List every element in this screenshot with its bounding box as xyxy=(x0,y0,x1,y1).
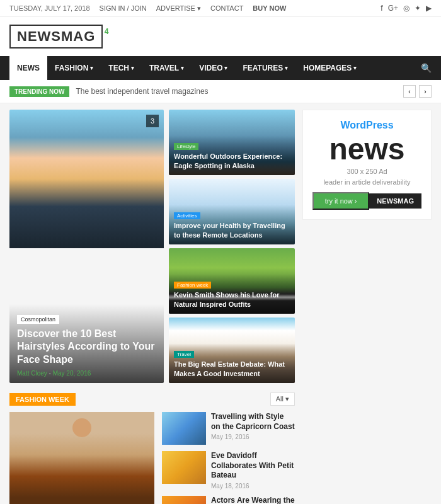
section-header-fashion: FASHION WEEK All ▾ xyxy=(9,392,295,406)
fashion-item-date-1: May 18, 2016 xyxy=(211,483,295,490)
list-item[interactable]: Actors Are Wearing the Best from Paris W… xyxy=(162,496,295,504)
chevron-down-icon: ▾ xyxy=(353,65,357,71)
fashion-main-article: New York 2014 Most Beautiful Things to D… xyxy=(9,412,154,504)
trending-nav: ‹ › xyxy=(403,85,432,98)
twitter-icon[interactable]: ✦ xyxy=(415,4,421,13)
hero-author: Matt Cloey xyxy=(17,370,47,377)
hero-section: 3 Cosmopolitan Discover the 10 Best Hair… xyxy=(9,110,295,383)
chevron-down-icon: ▾ xyxy=(131,65,134,71)
hero-main-article[interactable]: 3 Cosmopolitan Discover the 10 Best Hair… xyxy=(9,110,164,383)
ad-tagline: leader in article deliverability xyxy=(312,178,421,186)
contact-link[interactable]: CONTACT xyxy=(210,4,243,13)
site-logo[interactable]: NEWSMAG4 xyxy=(9,25,103,49)
hero-category-badge: Cosmopolitan xyxy=(17,315,59,324)
search-icon[interactable]: 🔍 xyxy=(421,63,432,73)
fashion-list: Travelling with Style on the Capricorn C… xyxy=(162,412,295,504)
ad-cta-button[interactable]: try it now › xyxy=(312,192,369,210)
fashion-item-info-1: Eve Davidoff Collaborates With Petit Bat… xyxy=(211,451,295,490)
top-bar: TUESDAY, JULY 17, 2018 SIGN IN / JOIN AD… xyxy=(0,0,441,17)
fashion-person-image xyxy=(9,412,154,504)
hero-meta: Matt Cloey - May 20, 2016 xyxy=(17,370,156,377)
fashion-item-title-0: Travelling with Style on the Capricorn C… xyxy=(211,412,295,432)
fashion-item-date-0: May 19, 2016 xyxy=(211,433,295,440)
side-category-1: Activities xyxy=(174,212,200,219)
hero-overlay: Cosmopolitan Discover the 10 Best Hairst… xyxy=(9,304,164,383)
ad-brand: NEWSMAG xyxy=(369,193,421,209)
date-label: TUESDAY, JULY 17, 2018 xyxy=(9,4,90,13)
list-item[interactable]: Travelling with Style on the Capricorn C… xyxy=(162,412,295,445)
fashion-thumb-1 xyxy=(162,451,206,484)
side-title-1: Improve your Health by Travelling to the… xyxy=(174,221,290,239)
right-sidebar: WordPress news 300 x 250 Ad leader in ar… xyxy=(302,110,432,504)
hero-side-articles: Lifestyle Wonderful Outdoors Experience:… xyxy=(169,110,295,383)
ad-box: WordPress news 300 x 250 Ad leader in ar… xyxy=(302,110,432,220)
side-article-3[interactable]: Travel The Big Real Estate Debate: What … xyxy=(169,318,295,383)
nav-item-travel[interactable]: TRAVEL ▾ xyxy=(142,56,192,80)
trending-badge: TRENDING NOW xyxy=(9,86,69,97)
instagram-icon[interactable]: ◎ xyxy=(403,4,410,13)
fashion-content: New York 2014 Most Beautiful Things to D… xyxy=(9,412,295,504)
main-nav: NEWS FASHION ▾ TECH ▾ TRAVEL ▾ VIDEO ▾ F… xyxy=(0,56,441,80)
left-column: 3 Cosmopolitan Discover the 10 Best Hair… xyxy=(9,110,295,504)
ad-wp-title: WordPress xyxy=(312,120,421,131)
ad-main-title: news xyxy=(312,134,421,164)
side-article-overlay-3: Travel The Big Real Estate Debate: What … xyxy=(169,343,295,383)
ad-cta: try it now › NEWSMAG xyxy=(312,192,421,210)
hero-number: 3 xyxy=(146,115,159,127)
hero-title: Discover the 10 Best Hairstyles Accordin… xyxy=(17,328,156,367)
fashion-item-info-2: Actors Are Wearing the Best from Paris W… xyxy=(211,496,295,504)
chevron-down-icon: ▾ xyxy=(181,65,184,71)
trending-next-button[interactable]: › xyxy=(419,85,432,98)
trending-prev-button[interactable]: ‹ xyxy=(403,85,416,98)
side-category-2: Fashion week xyxy=(174,282,211,289)
main-content: 3 Cosmopolitan Discover the 10 Best Hair… xyxy=(0,103,441,504)
list-item[interactable]: Eve Davidoff Collaborates With Petit Bat… xyxy=(162,451,295,490)
side-article-2[interactable]: Fashion week Kevin Smith Shows his Love … xyxy=(169,248,295,314)
side-article-0[interactable]: Lifestyle Wonderful Outdoors Experience:… xyxy=(169,110,295,175)
nav-item-news[interactable]: NEWS xyxy=(9,56,47,80)
side-title-3: The Big Real Estate Debate: What Makes A… xyxy=(174,360,290,378)
fashion-week-badge: FASHION WEEK xyxy=(9,393,76,406)
side-article-overlay-1: Activities Improve your Health by Travel… xyxy=(169,205,295,244)
advertise-link[interactable]: ADVERTISE ▾ xyxy=(156,4,201,13)
fashion-item-title-1: Eve Davidoff Collaborates With Petit Bat… xyxy=(211,451,295,481)
hero-date: May 20, 2016 xyxy=(53,370,91,377)
side-title-0: Wonderful Outdoors Experience: Eagle Spo… xyxy=(174,152,290,170)
side-category-0: Lifestyle xyxy=(174,143,198,150)
side-article-1[interactable]: Activities Improve your Health by Travel… xyxy=(169,179,295,244)
nav-item-tech[interactable]: TECH ▾ xyxy=(101,56,142,80)
fashion-thumb-2 xyxy=(162,496,206,504)
side-category-3: Travel xyxy=(174,351,194,358)
hero-main-image: 3 xyxy=(9,110,164,248)
trending-bar: TRENDING NOW The best independent travel… xyxy=(0,80,441,103)
buynow-link[interactable]: BUY NOW xyxy=(253,4,286,13)
social-icons: f G+ ◎ ✦ ▶ xyxy=(381,4,432,13)
fashion-item-info-0: Travelling with Style on the Capricorn C… xyxy=(211,412,295,440)
logo-bar: NEWSMAG4 xyxy=(0,17,441,56)
chevron-down-icon: ▾ xyxy=(90,65,93,71)
signin-link[interactable]: SIGN IN / JOIN xyxy=(100,4,147,13)
fashion-thumb-0 xyxy=(162,412,206,445)
chevron-down-icon: ▾ xyxy=(285,65,288,71)
nav-item-fashion[interactable]: FASHION ▾ xyxy=(47,56,101,80)
hero-photo xyxy=(9,110,164,248)
chevron-down-icon: ▾ xyxy=(224,65,227,71)
facebook-icon[interactable]: f xyxy=(381,4,382,13)
top-bar-left: TUESDAY, JULY 17, 2018 SIGN IN / JOIN AD… xyxy=(9,4,286,13)
side-article-overlay-0: Lifestyle Wonderful Outdoors Experience:… xyxy=(169,135,295,175)
nav-item-features[interactable]: FEATURES ▾ xyxy=(235,56,295,80)
fashion-week-section: FASHION WEEK All ▾ New York 2014 Most Be… xyxy=(9,392,295,504)
nav-item-video[interactable]: VIDEO ▾ xyxy=(192,56,235,80)
fashion-item-title-2: Actors Are Wearing the Best from Paris W… xyxy=(211,496,295,504)
youtube-icon[interactable]: ▶ xyxy=(426,4,432,13)
trending-text: The best independent travel magazines xyxy=(76,87,397,96)
googleplus-icon[interactable]: G+ xyxy=(388,4,398,13)
ad-size-label: 300 x 250 Ad xyxy=(312,168,421,175)
fashion-main-image: New York 2014 xyxy=(9,412,154,504)
side-article-overlay-2: Fashion week Kevin Smith Shows his Love … xyxy=(169,274,295,314)
fashion-filter-button[interactable]: All ▾ xyxy=(270,392,295,406)
nav-item-homepages[interactable]: HOMEPAGES ▾ xyxy=(295,56,364,80)
side-title-2: Kevin Smith Shows his Love for Natural I… xyxy=(174,290,290,309)
